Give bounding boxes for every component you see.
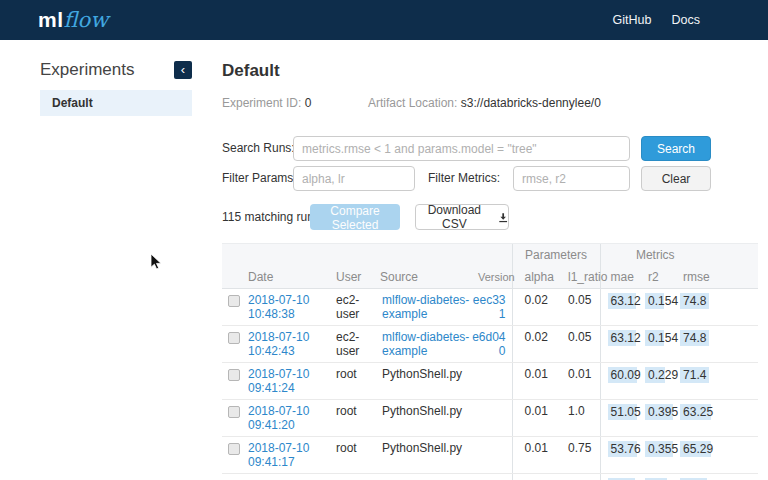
- group-header-spacer: [222, 244, 512, 266]
- search-runs-input[interactable]: [293, 136, 630, 161]
- run-table-row: 2018-07-10 09:41:20 root PythonShell.py …: [222, 400, 758, 437]
- search-runs-row: Search Runs: Search: [222, 136, 768, 162]
- run-source-link[interactable]: mlflow-diabetes-example: [382, 330, 469, 358]
- column-header-user[interactable]: User: [330, 266, 374, 289]
- page-title: Default: [222, 61, 280, 81]
- run-checkbox[interactable]: [228, 295, 240, 307]
- experiment-meta: Experiment ID: 0 Artifact Location: s3:/…: [222, 96, 601, 110]
- filter-params-input[interactable]: [293, 166, 415, 191]
- run-alpha: 0.02: [512, 326, 556, 363]
- group-header-metrics: Metrics: [600, 244, 710, 266]
- run-date-link[interactable]: 2018-07-10 10:48:38: [248, 293, 309, 321]
- run-rmse: 71.4: [680, 367, 709, 383]
- table-column-header-row: Date User Source Version alpha l1_ratio …: [222, 266, 758, 289]
- runs-actions-row: 115 matching runs Compare Selected Downl…: [222, 204, 768, 230]
- run-checkbox[interactable]: [228, 406, 240, 418]
- run-rmse: 65.29: [680, 441, 716, 457]
- run-rmse: 74.8: [680, 330, 709, 346]
- navbar: mlflow GitHub Docs: [0, 0, 768, 40]
- run-table-row: 2018-07-10 09:41:24 root PythonShell.py …: [222, 363, 758, 400]
- run-mae: 53.76: [608, 441, 644, 457]
- column-header-checkbox: [222, 266, 242, 289]
- column-header-l1-ratio[interactable]: l1_ratio: [556, 266, 600, 289]
- column-header-source[interactable]: Source: [374, 266, 472, 289]
- run-mae: 51.05: [608, 404, 644, 420]
- run-l1-ratio: 0.05: [556, 289, 600, 326]
- group-header-parameters: Parameters: [512, 244, 600, 266]
- logo-flow: flow: [64, 8, 109, 32]
- filter-row: Filter Params: Filter Metrics: Clear: [222, 166, 768, 192]
- filter-params-label: Filter Params:: [222, 166, 297, 191]
- run-user: root: [330, 400, 374, 437]
- chevron-left-icon: ‹: [181, 62, 185, 77]
- run-checkbox[interactable]: [228, 369, 240, 381]
- run-date-link[interactable]: 2018-07-10 09:41:17: [248, 441, 309, 469]
- download-csv-label: Download CSV: [416, 203, 493, 231]
- search-runs-label: Search Runs:: [222, 136, 295, 161]
- column-header-filler: [710, 266, 758, 289]
- run-l1-ratio: 0.05: [556, 326, 600, 363]
- compare-selected-button[interactable]: Compare Selected: [310, 204, 400, 230]
- main-panel: Default Experiment ID: 0 Artifact Locati…: [222, 40, 768, 480]
- nav-links: GitHub Docs: [613, 13, 700, 27]
- run-table-row: 2018-07-10 10:42:43 ec2-user mlflow-diab…: [222, 326, 758, 363]
- run-user: root: [330, 437, 374, 474]
- column-header-r2[interactable]: r2: [638, 266, 671, 289]
- artifact-location-value: s3://databricks-dennylee/0: [461, 96, 601, 110]
- search-button[interactable]: Search: [641, 136, 711, 161]
- run-alpha: 0.01: [512, 400, 556, 437]
- collapse-sidebar-button[interactable]: ‹: [174, 61, 192, 79]
- nav-link-docs[interactable]: Docs: [672, 13, 700, 27]
- run-alpha: 0.01: [512, 363, 556, 400]
- run-date-link[interactable]: 2018-07-10 10:42:43: [248, 330, 309, 358]
- run-version-link[interactable]: eec331: [473, 293, 506, 321]
- runs-table: Parameters Metrics Date User Source Vers…: [222, 243, 758, 480]
- column-header-version[interactable]: Version: [472, 266, 512, 289]
- run-date-link[interactable]: 2018-07-10 09:41:20: [248, 404, 309, 432]
- run-l1-ratio: 1.0: [556, 400, 600, 437]
- run-checkbox[interactable]: [228, 332, 240, 344]
- run-alpha: 0.01: [512, 437, 556, 474]
- run-mae: 63.12: [608, 330, 644, 346]
- experiments-sidebar: Experiments ‹ Default: [0, 40, 222, 480]
- run-r2: 0.395: [645, 404, 681, 420]
- run-table-row: 2018-07-10 10:48:38 ec2-user mlflow-diab…: [222, 289, 758, 326]
- run-user: root: [330, 363, 374, 400]
- run-rmse: 74.8: [680, 293, 709, 309]
- run-date-link[interactable]: 2018-07-10 09:41:24: [248, 367, 309, 395]
- mlflow-logo[interactable]: mlflow: [38, 8, 108, 32]
- filter-metrics-input[interactable]: [513, 166, 630, 191]
- run-version-link[interactable]: e6d040: [472, 330, 505, 358]
- clear-button[interactable]: Clear: [641, 166, 711, 191]
- artifact-location: Artifact Location: s3://databricks-denny…: [368, 96, 601, 110]
- column-header-alpha[interactable]: alpha: [512, 266, 556, 289]
- sidebar-header: Experiments ‹: [40, 60, 192, 80]
- sidebar-item-default[interactable]: Default: [40, 90, 192, 116]
- artifact-location-label: Artifact Location:: [368, 96, 457, 110]
- experiment-id: Experiment ID: 0: [222, 96, 368, 110]
- run-mae: 63.12: [608, 293, 644, 309]
- run-rmse: 63.25: [680, 404, 716, 420]
- run-source-link: PythonShell.py: [382, 441, 462, 455]
- logo-ml: ml: [38, 8, 64, 31]
- run-r2: 0.355: [645, 441, 681, 457]
- run-table-row: 2018-07-10 09:41:17 root PythonShell.py …: [222, 437, 758, 474]
- experiment-id-value: 0: [305, 96, 312, 110]
- download-icon: [498, 212, 508, 223]
- run-l1-ratio: 0.01: [556, 363, 600, 400]
- download-csv-button[interactable]: Download CSV: [415, 204, 509, 230]
- run-user: ec2-user: [330, 289, 374, 326]
- run-checkbox[interactable]: [228, 443, 240, 455]
- run-source-link: PythonShell.py: [382, 367, 462, 381]
- experiment-id-label: Experiment ID:: [222, 96, 301, 110]
- run-source-link[interactable]: mlflow-diabetes-example: [382, 293, 469, 321]
- partial-run-row: [222, 474, 758, 480]
- column-header-rmse[interactable]: rmse: [671, 266, 710, 289]
- run-r2: 0.229: [645, 367, 681, 383]
- nav-link-github[interactable]: GitHub: [613, 13, 652, 27]
- run-source-link: PythonShell.py: [382, 404, 462, 418]
- column-header-date[interactable]: Date: [242, 266, 330, 289]
- group-header-filler: [710, 244, 758, 266]
- run-l1-ratio: 0.75: [556, 437, 600, 474]
- run-r2: 0.154: [645, 330, 681, 346]
